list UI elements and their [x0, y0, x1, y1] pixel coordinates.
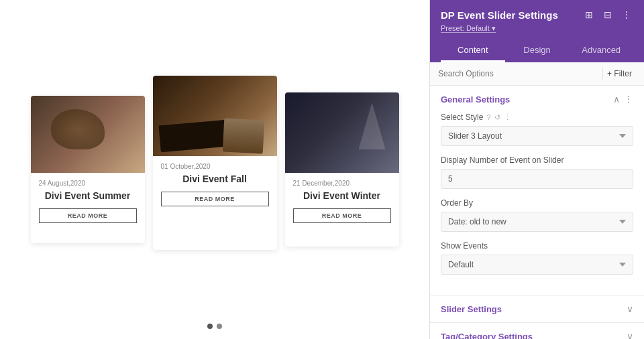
panel-header-icons: ⊞ ⊟ ⋮ — [582, 8, 633, 21]
select-style-label: Select Style — [441, 113, 483, 122]
general-settings-title: General Settings — [441, 94, 510, 105]
more-icon[interactable]: ⋮ — [620, 8, 633, 21]
slider-dots — [207, 324, 222, 329]
show-events-label: Show Events — [441, 241, 488, 251]
order-by-select[interactable]: Date: old to new Date: new to old Title … — [441, 212, 633, 232]
tab-design[interactable]: Design — [505, 40, 570, 62]
filter-button[interactable]: + Filter — [602, 68, 636, 80]
card-content-3: 21 December,2020 Divi Event Winter READ … — [285, 173, 399, 230]
card-image-1 — [31, 96, 145, 173]
select-style-select[interactable]: Slider 3 Layout — [441, 126, 633, 146]
order-by-label-row: Order By — [441, 198, 633, 208]
preview-area: 24 August,2020 Divi Event Summer READ MO… — [0, 0, 429, 339]
expand-icon[interactable]: ⊞ — [582, 8, 596, 21]
collapse-icon[interactable]: ⊟ — [601, 8, 614, 21]
card-btn-2[interactable]: READ MORE — [161, 192, 269, 206]
section-more-icon[interactable]: ⋮ — [624, 94, 633, 105]
help-icon[interactable]: ? — [486, 113, 490, 121]
general-settings-section: General Settings ∧ ⋮ Select Style ? ↺ ⋮ — [430, 86, 644, 295]
order-by-group: Order By Date: old to new Date: new to o… — [441, 198, 633, 232]
filter-label: + Filter — [607, 69, 632, 78]
tab-advanced[interactable]: Advanced — [569, 40, 633, 62]
panel-tabs: Content Design Advanced — [441, 40, 633, 62]
card-btn-3[interactable]: READ MORE — [293, 208, 391, 223]
tab-content[interactable]: Content — [441, 40, 505, 62]
reset-icon[interactable]: ↺ — [494, 113, 500, 122]
show-events-select[interactable]: Default All Upcoming Past — [441, 255, 633, 275]
card-date-2: 01 October,2020 — [161, 163, 269, 170]
slider-settings-section: Slider Settings ∨ — [430, 295, 644, 323]
panel-title-row: DP Event Slider Settings ⊞ ⊟ ⋮ — [441, 8, 633, 21]
card-title-1: Divi Event Summer — [39, 190, 137, 202]
select-style-label-row: Select Style ? ↺ ⋮ — [441, 113, 633, 122]
tag-category-section: Tag/Category Settings ∨ — [430, 323, 644, 339]
tag-category-title: Tag/Category Settings — [441, 332, 533, 340]
slider-chevron-down-icon[interactable]: ∨ — [627, 303, 633, 314]
display-number-input[interactable] — [441, 169, 633, 189]
slider-container: 24 August,2020 Divi Event Summer READ MO… — [7, 89, 423, 250]
tag-section-icons: ∨ — [627, 331, 633, 339]
show-events-group: Show Events Default All Upcoming Past — [441, 241, 633, 275]
card-title-3: Divi Event Winter — [293, 190, 391, 202]
card-date-3: 21 December,2020 — [293, 180, 391, 187]
order-by-label: Order By — [441, 198, 473, 208]
card-title-2: Divi Event Fall — [161, 173, 269, 185]
event-card-1: 24 August,2020 Divi Event Summer READ MO… — [31, 96, 145, 243]
card-image-2 — [153, 76, 277, 156]
event-card-3: 21 December,2020 Divi Event Winter READ … — [285, 92, 399, 247]
panel-header: DP Event Slider Settings ⊞ ⊟ ⋮ Preset: D… — [430, 0, 644, 62]
settings-content: General Settings ∧ ⋮ Select Style ? ↺ ⋮ — [430, 86, 644, 339]
general-settings-header[interactable]: General Settings ∧ ⋮ — [430, 86, 644, 113]
card-content-1: 24 August,2020 Divi Event Summer READ MO… — [31, 173, 145, 230]
tag-chevron-down-icon[interactable]: ∨ — [627, 331, 633, 339]
more-options-icon[interactable]: ⋮ — [504, 113, 511, 122]
display-number-label: Display Number of Event on Slider — [441, 155, 564, 165]
display-number-label-row: Display Number of Event on Slider — [441, 155, 633, 165]
select-style-group: Select Style ? ↺ ⋮ Slider 3 Layout — [441, 113, 633, 146]
section-chevron-up-icon[interactable]: ∧ — [613, 94, 620, 105]
display-number-group: Display Number of Event on Slider — [441, 155, 633, 189]
dot-2[interactable] — [217, 324, 222, 329]
tag-category-header[interactable]: Tag/Category Settings ∨ — [430, 323, 644, 339]
slider-section-icons: ∨ — [627, 303, 633, 314]
dot-1[interactable] — [207, 324, 213, 329]
settings-panel: DP Event Slider Settings ⊞ ⊟ ⋮ Preset: D… — [429, 0, 644, 339]
card-date-1: 24 August,2020 — [39, 180, 137, 187]
show-events-label-row: Show Events — [441, 241, 633, 251]
panel-title: DP Event Slider Settings — [441, 9, 558, 21]
card-btn-1[interactable]: READ MORE — [39, 208, 137, 223]
slider-settings-title: Slider Settings — [441, 304, 502, 314]
general-settings-body: Select Style ? ↺ ⋮ Slider 3 Layout Displ… — [430, 113, 644, 295]
preset-label: Preset: Default ▾ — [441, 24, 496, 33]
panel-preset[interactable]: Preset: Default ▾ — [441, 24, 633, 33]
search-input[interactable] — [438, 69, 597, 78]
card-image-3 — [285, 92, 399, 173]
card-content-2: 01 October,2020 Divi Event Fall READ MOR… — [153, 156, 277, 213]
search-bar: + Filter — [430, 62, 644, 86]
section-header-icons: ∧ ⋮ — [613, 94, 633, 105]
event-card-2: 01 October,2020 Divi Event Fall READ MOR… — [153, 76, 277, 250]
slider-settings-header[interactable]: Slider Settings ∨ — [430, 295, 644, 322]
